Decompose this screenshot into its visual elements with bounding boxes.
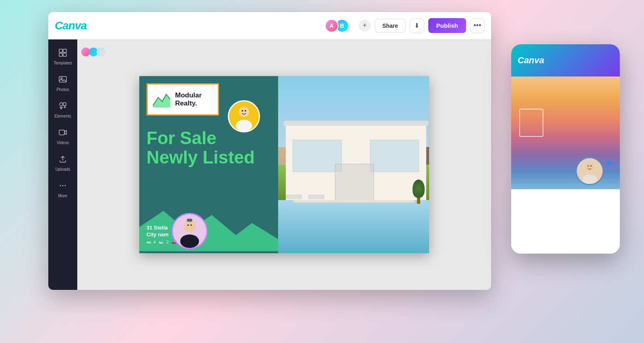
more-options-button[interactable]: ••• xyxy=(470,19,485,33)
svg-point-6 xyxy=(60,103,63,106)
agent-avatar-bottom xyxy=(171,213,208,249)
mobile-arrow-icon: ▶ xyxy=(607,158,613,167)
chair-1 xyxy=(286,194,302,199)
roof xyxy=(284,121,428,126)
elements-icon xyxy=(58,101,67,112)
svg-point-30 xyxy=(590,165,592,167)
svg-point-23 xyxy=(187,224,189,226)
svg-rect-1 xyxy=(63,49,66,52)
agent-avatar-top xyxy=(228,100,260,132)
download-button[interactable]: ⬇ xyxy=(410,19,424,33)
svg-point-21 xyxy=(184,220,196,232)
agent-face-bottom xyxy=(173,213,206,249)
svg-rect-0 xyxy=(59,49,62,52)
svg-rect-2 xyxy=(59,53,62,56)
svg-point-27 xyxy=(585,163,594,172)
mobile-agent-avatar xyxy=(576,157,604,185)
logo-box[interactable]: Modular Realty. xyxy=(147,83,219,116)
mobile-box-outline xyxy=(519,109,543,137)
mobile-canva-logo: Canva xyxy=(518,55,544,66)
more-icon: ••• xyxy=(474,21,481,30)
sidebar-item-more[interactable]: More xyxy=(50,177,75,202)
desktop-window: Canva A B + Share ⬇ Publish ••• xyxy=(48,12,491,290)
svg-rect-7 xyxy=(63,103,66,105)
agent-face-top xyxy=(229,100,259,132)
svg-point-9 xyxy=(60,185,61,186)
color-dot-3 xyxy=(97,48,105,56)
beds-count: 4 xyxy=(153,240,156,244)
videos-icon xyxy=(58,128,67,139)
svg-point-24 xyxy=(190,224,192,226)
mobile-content: ▶ xyxy=(511,76,620,254)
mobile-window: Canva ▶ xyxy=(511,44,620,254)
sidebar-item-photos[interactable]: Photos xyxy=(50,71,75,96)
sidebar-item-videos[interactable]: Videos xyxy=(50,124,75,149)
uploads-icon xyxy=(58,155,67,165)
canva-logo: Canva xyxy=(55,19,87,32)
sidebar-label-elements: Elements xyxy=(54,114,71,118)
mobile-agent-face xyxy=(577,157,603,185)
sidebar-label-photos: Photos xyxy=(56,87,69,92)
canvas-left-panel: Modular Realty. For Sale Newly Listed 31… xyxy=(139,76,278,253)
window-right xyxy=(370,140,419,172)
svg-point-10 xyxy=(62,185,64,186)
header-actions: A B + Share ⬇ Publish ••• xyxy=(325,18,485,33)
add-collaborator-button[interactable]: + xyxy=(359,20,371,32)
pool-edge xyxy=(293,200,414,202)
svg-point-19 xyxy=(245,110,246,112)
baths-count: 2 xyxy=(166,240,169,244)
svg-point-29 xyxy=(588,165,589,167)
sidebar-label-more: More xyxy=(58,194,68,198)
sidebar-item-templates[interactable]: Templates xyxy=(50,44,75,69)
mobile-image-section: ▶ xyxy=(511,76,620,189)
svg-point-18 xyxy=(242,110,243,112)
publish-button[interactable]: Publish xyxy=(428,18,466,33)
house-body xyxy=(286,124,426,204)
sidebar-label-videos: Videos xyxy=(57,141,69,145)
svg-point-28 xyxy=(582,174,597,185)
baths-icon: 🛁 xyxy=(158,239,164,244)
pool xyxy=(278,200,429,253)
logo-chart-icon xyxy=(151,89,171,110)
svg-point-16 xyxy=(239,107,249,117)
color-palette[interactable] xyxy=(81,48,105,56)
mobile-header: Canva xyxy=(511,44,620,76)
svg-point-11 xyxy=(65,185,66,186)
svg-point-17 xyxy=(236,120,252,132)
headline-line2: Newly Listed xyxy=(147,148,255,167)
header: Canva A B + Share ⬇ Publish ••• xyxy=(48,12,491,39)
for-sale-section: For Sale Newly Listed xyxy=(147,128,255,167)
svg-rect-3 xyxy=(63,53,66,56)
sidebar-label-templates: Templates xyxy=(54,61,72,65)
templates-icon xyxy=(58,48,67,59)
svg-rect-25 xyxy=(187,219,192,221)
tree-right xyxy=(413,180,425,204)
svg-point-22 xyxy=(180,234,199,248)
download-icon: ⬇ xyxy=(414,22,419,29)
collaborator-avatars: A B xyxy=(325,19,349,33)
share-button[interactable]: Share xyxy=(375,19,406,33)
sidebar-item-elements[interactable]: Elements xyxy=(50,97,75,122)
mobile-white-area xyxy=(511,189,620,254)
sidebar: Templates Photos xyxy=(48,39,77,290)
canvas-area: Modular Realty. For Sale Newly Listed 31… xyxy=(77,39,491,290)
photos-icon xyxy=(58,75,67,86)
svg-rect-8 xyxy=(59,130,64,135)
door xyxy=(335,164,374,204)
canvas-right-panel xyxy=(278,76,429,253)
avatar-1: A xyxy=(325,19,339,33)
beds-icon: 🛏 xyxy=(147,240,151,244)
design-canvas[interactable]: Modular Realty. For Sale Newly Listed 31… xyxy=(139,76,429,253)
content-area: Templates Photos xyxy=(48,39,491,290)
more-icon xyxy=(58,181,67,192)
sidebar-label-uploads: Uploads xyxy=(56,167,70,172)
chair-2 xyxy=(308,194,324,199)
sidebar-item-uploads[interactable]: Uploads xyxy=(50,151,75,176)
logo-company-name: Modular Realty. xyxy=(175,91,215,108)
svg-rect-4 xyxy=(59,76,66,82)
